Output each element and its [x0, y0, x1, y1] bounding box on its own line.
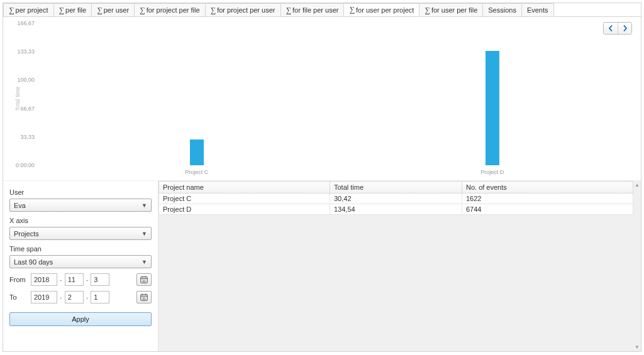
from-calendar-button[interactable]: 31 [136, 273, 152, 286]
to-calendar-button[interactable]: 31 [136, 291, 152, 303]
tab-label: per project [16, 6, 48, 14]
table-cell: 1622 [462, 194, 633, 204]
tab-label: Events [527, 6, 548, 14]
timespan-dropdown-value: Last 90 days [14, 258, 53, 266]
calendar-icon: 31 [140, 275, 148, 284]
sigma-icon: ∑ [286, 6, 292, 15]
sigma-icon: ∑ [9, 6, 14, 15]
y-tick-label: 100,00 [13, 77, 35, 83]
sigma-icon: ∑ [59, 6, 65, 15]
tab[interactable]: ∑for user per project [343, 3, 419, 16]
filter-sidebar: User Eva ▼ X axis Projects ▼ Time span L… [3, 181, 158, 351]
tab[interactable]: ∑for file per user [280, 3, 345, 16]
table-header[interactable]: No. of events [462, 182, 633, 194]
results-table: Project nameTotal timeNo. of events Proj… [158, 181, 633, 215]
content-body: Total time 0:00:0033,3366,67100,00133,33… [3, 17, 641, 351]
tab-label: Sessions [488, 6, 516, 14]
timespan-dropdown[interactable]: Last 90 days ▼ [9, 255, 152, 268]
sigma-icon: ∑ [349, 5, 355, 14]
y-tick-label: 166,67 [13, 20, 35, 26]
y-tick-label: 0:00:00 [13, 162, 35, 168]
user-label: User [9, 188, 152, 196]
tab[interactable]: ∑for project per user [205, 3, 281, 16]
xaxis-dropdown-value: Projects [14, 230, 39, 238]
app-frame: ∑per project∑per file∑per user∑for proje… [3, 3, 641, 352]
sigma-icon: ∑ [425, 6, 430, 15]
to-label: To [9, 293, 28, 301]
table-cell: Project C [159, 194, 330, 204]
chart-plot: 0:00:0033,3366,67100,00133,33166,67Proje… [37, 23, 628, 165]
tab[interactable]: ∑for user per file [419, 3, 483, 16]
sigma-icon: ∑ [140, 6, 145, 15]
table-row[interactable]: Project C30,421622 [159, 194, 633, 204]
tab[interactable]: ∑per project [3, 3, 54, 16]
svg-text:31: 31 [142, 279, 146, 283]
scroll-down-icon[interactable]: ▼ [635, 343, 640, 351]
table-header[interactable]: Total time [330, 182, 462, 194]
y-tick-label: 33,33 [13, 134, 35, 140]
tab-label: for project per file [147, 6, 200, 14]
to-day-input[interactable] [91, 291, 109, 303]
tab[interactable]: Events [521, 3, 554, 16]
from-year-input[interactable] [31, 273, 57, 286]
tab-label: per file [65, 6, 86, 14]
table-cell: Project D [159, 204, 330, 215]
to-month-input[interactable] [65, 291, 84, 303]
tab[interactable]: ∑per user [91, 3, 135, 16]
table-row[interactable]: Project D134,546744 [159, 204, 633, 215]
table-cell: 134,54 [330, 204, 462, 215]
apply-button[interactable]: Apply [9, 312, 152, 326]
x-tick-label: Project D [480, 169, 504, 175]
y-tick-label: 133,33 [13, 48, 35, 55]
table-header[interactable]: Project name [159, 182, 330, 194]
to-date-row: To - - 31 [9, 291, 152, 303]
to-year-input[interactable] [31, 291, 57, 303]
sigma-icon: ∑ [211, 6, 216, 15]
caret-down-icon: ▼ [142, 259, 147, 265]
user-dropdown-value: Eva [14, 202, 26, 209]
x-tick-label: Project C [185, 169, 208, 175]
tab-label: for user per file [431, 6, 477, 14]
scroll-up-icon[interactable]: ▲ [635, 181, 640, 189]
xaxis-label: X axis [9, 217, 152, 224]
from-date-row: From - - 31 [9, 273, 152, 286]
tab-label: for user per project [356, 6, 414, 14]
from-label: From [9, 276, 28, 283]
tab[interactable]: Sessions [482, 3, 522, 16]
table-cell: 30,42 [330, 194, 462, 204]
user-dropdown[interactable]: Eva ▼ [9, 199, 152, 212]
table-scrollbar[interactable]: ▲ ▼ [633, 181, 641, 351]
chart-bar[interactable] [486, 51, 499, 165]
timespan-label: Time span [9, 245, 152, 253]
svg-text:31: 31 [142, 297, 146, 300]
tabstrip: ∑per project∑per file∑per user∑for proje… [3, 3, 641, 17]
xaxis-dropdown[interactable]: Projects ▼ [9, 227, 152, 240]
chart-bar[interactable] [190, 139, 204, 165]
tab-label: per user [104, 6, 129, 14]
table-cell: 6744 [462, 204, 633, 215]
tab-label: for file per user [292, 6, 338, 14]
calendar-icon: 31 [140, 293, 148, 302]
tab[interactable]: ∑for project per file [134, 3, 206, 16]
sigma-icon: ∑ [97, 6, 103, 15]
chart-area: Total time 0:00:0033,3366,67100,00133,33… [3, 17, 641, 180]
caret-down-icon: ▼ [142, 231, 147, 237]
table-panel: Project nameTotal timeNo. of events Proj… [158, 181, 641, 351]
lower-pane: User Eva ▼ X axis Projects ▼ Time span L… [3, 180, 641, 351]
from-month-input[interactable] [65, 273, 84, 286]
y-tick-label: 66,67 [13, 106, 35, 112]
caret-down-icon: ▼ [142, 202, 147, 209]
from-day-input[interactable] [91, 273, 109, 286]
tab[interactable]: ∑per file [53, 3, 92, 16]
tab-label: for project per user [217, 6, 275, 14]
